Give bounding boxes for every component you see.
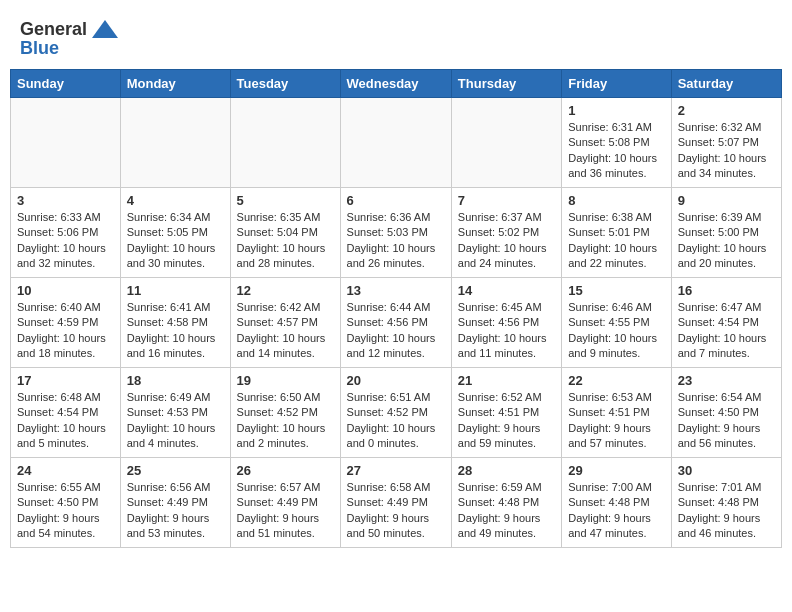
day-number: 30 [678,463,775,478]
day-info: Sunrise: 6:59 AM Sunset: 4:48 PM Dayligh… [458,480,555,542]
day-cell [230,98,340,188]
day-number: 29 [568,463,664,478]
col-header-monday: Monday [120,70,230,98]
day-cell: 7Sunrise: 6:37 AM Sunset: 5:02 PM Daylig… [451,188,561,278]
day-cell: 5Sunrise: 6:35 AM Sunset: 5:04 PM Daylig… [230,188,340,278]
day-cell: 30Sunrise: 7:01 AM Sunset: 4:48 PM Dayli… [671,458,781,548]
day-info: Sunrise: 7:00 AM Sunset: 4:48 PM Dayligh… [568,480,664,542]
week-row-3: 10Sunrise: 6:40 AM Sunset: 4:59 PM Dayli… [11,278,782,368]
logo: General Blue [20,18,121,59]
day-number: 14 [458,283,555,298]
day-number: 23 [678,373,775,388]
day-cell: 3Sunrise: 6:33 AM Sunset: 5:06 PM Daylig… [11,188,121,278]
day-number: 3 [17,193,114,208]
day-cell: 24Sunrise: 6:55 AM Sunset: 4:50 PM Dayli… [11,458,121,548]
col-header-wednesday: Wednesday [340,70,451,98]
day-number: 9 [678,193,775,208]
day-cell [11,98,121,188]
day-info: Sunrise: 6:58 AM Sunset: 4:49 PM Dayligh… [347,480,445,542]
day-number: 12 [237,283,334,298]
day-info: Sunrise: 6:56 AM Sunset: 4:49 PM Dayligh… [127,480,224,542]
day-info: Sunrise: 6:34 AM Sunset: 5:05 PM Dayligh… [127,210,224,272]
day-cell: 25Sunrise: 6:56 AM Sunset: 4:49 PM Dayli… [120,458,230,548]
day-info: Sunrise: 6:35 AM Sunset: 5:04 PM Dayligh… [237,210,334,272]
week-row-5: 24Sunrise: 6:55 AM Sunset: 4:50 PM Dayli… [11,458,782,548]
day-info: Sunrise: 6:45 AM Sunset: 4:56 PM Dayligh… [458,300,555,362]
day-info: Sunrise: 6:33 AM Sunset: 5:06 PM Dayligh… [17,210,114,272]
day-info: Sunrise: 6:49 AM Sunset: 4:53 PM Dayligh… [127,390,224,452]
day-info: Sunrise: 6:36 AM Sunset: 5:03 PM Dayligh… [347,210,445,272]
day-number: 1 [568,103,664,118]
day-cell: 12Sunrise: 6:42 AM Sunset: 4:57 PM Dayli… [230,278,340,368]
day-info: Sunrise: 6:52 AM Sunset: 4:51 PM Dayligh… [458,390,555,452]
day-cell: 19Sunrise: 6:50 AM Sunset: 4:52 PM Dayli… [230,368,340,458]
day-info: Sunrise: 6:47 AM Sunset: 4:54 PM Dayligh… [678,300,775,362]
day-info: Sunrise: 6:42 AM Sunset: 4:57 PM Dayligh… [237,300,334,362]
week-row-4: 17Sunrise: 6:48 AM Sunset: 4:54 PM Dayli… [11,368,782,458]
day-cell: 4Sunrise: 6:34 AM Sunset: 5:05 PM Daylig… [120,188,230,278]
day-cell: 14Sunrise: 6:45 AM Sunset: 4:56 PM Dayli… [451,278,561,368]
day-info: Sunrise: 6:38 AM Sunset: 5:01 PM Dayligh… [568,210,664,272]
day-number: 4 [127,193,224,208]
day-info: Sunrise: 6:50 AM Sunset: 4:52 PM Dayligh… [237,390,334,452]
svg-marker-0 [92,20,118,38]
day-number: 15 [568,283,664,298]
day-cell: 17Sunrise: 6:48 AM Sunset: 4:54 PM Dayli… [11,368,121,458]
day-number: 13 [347,283,445,298]
day-cell: 23Sunrise: 6:54 AM Sunset: 4:50 PM Dayli… [671,368,781,458]
day-cell: 21Sunrise: 6:52 AM Sunset: 4:51 PM Dayli… [451,368,561,458]
day-number: 19 [237,373,334,388]
col-header-thursday: Thursday [451,70,561,98]
col-header-friday: Friday [562,70,671,98]
day-number: 17 [17,373,114,388]
day-cell: 10Sunrise: 6:40 AM Sunset: 4:59 PM Dayli… [11,278,121,368]
day-number: 18 [127,373,224,388]
day-number: 20 [347,373,445,388]
day-number: 6 [347,193,445,208]
day-number: 10 [17,283,114,298]
day-cell: 28Sunrise: 6:59 AM Sunset: 4:48 PM Dayli… [451,458,561,548]
day-number: 7 [458,193,555,208]
calendar-table: SundayMondayTuesdayWednesdayThursdayFrid… [10,69,782,548]
week-row-1: 1Sunrise: 6:31 AM Sunset: 5:08 PM Daylig… [11,98,782,188]
day-cell: 26Sunrise: 6:57 AM Sunset: 4:49 PM Dayli… [230,458,340,548]
day-cell [340,98,451,188]
day-cell: 15Sunrise: 6:46 AM Sunset: 4:55 PM Dayli… [562,278,671,368]
day-info: Sunrise: 6:37 AM Sunset: 5:02 PM Dayligh… [458,210,555,272]
logo-blue: Blue [20,38,59,59]
day-number: 21 [458,373,555,388]
day-info: Sunrise: 6:55 AM Sunset: 4:50 PM Dayligh… [17,480,114,542]
day-info: Sunrise: 6:41 AM Sunset: 4:58 PM Dayligh… [127,300,224,362]
col-header-tuesday: Tuesday [230,70,340,98]
calendar-header-row: SundayMondayTuesdayWednesdayThursdayFrid… [11,70,782,98]
logo-icon [89,18,121,40]
day-number: 2 [678,103,775,118]
day-info: Sunrise: 6:31 AM Sunset: 5:08 PM Dayligh… [568,120,664,182]
day-cell [120,98,230,188]
day-number: 27 [347,463,445,478]
day-cell: 9Sunrise: 6:39 AM Sunset: 5:00 PM Daylig… [671,188,781,278]
day-info: Sunrise: 6:53 AM Sunset: 4:51 PM Dayligh… [568,390,664,452]
day-info: Sunrise: 6:32 AM Sunset: 5:07 PM Dayligh… [678,120,775,182]
col-header-saturday: Saturday [671,70,781,98]
day-number: 5 [237,193,334,208]
day-cell: 2Sunrise: 6:32 AM Sunset: 5:07 PM Daylig… [671,98,781,188]
col-header-sunday: Sunday [11,70,121,98]
day-cell: 20Sunrise: 6:51 AM Sunset: 4:52 PM Dayli… [340,368,451,458]
day-info: Sunrise: 6:40 AM Sunset: 4:59 PM Dayligh… [17,300,114,362]
day-info: Sunrise: 6:39 AM Sunset: 5:00 PM Dayligh… [678,210,775,272]
day-number: 8 [568,193,664,208]
day-info: Sunrise: 7:01 AM Sunset: 4:48 PM Dayligh… [678,480,775,542]
day-number: 28 [458,463,555,478]
day-number: 26 [237,463,334,478]
day-number: 16 [678,283,775,298]
day-number: 24 [17,463,114,478]
day-cell: 22Sunrise: 6:53 AM Sunset: 4:51 PM Dayli… [562,368,671,458]
day-cell [451,98,561,188]
day-cell: 11Sunrise: 6:41 AM Sunset: 4:58 PM Dayli… [120,278,230,368]
day-info: Sunrise: 6:54 AM Sunset: 4:50 PM Dayligh… [678,390,775,452]
day-cell: 18Sunrise: 6:49 AM Sunset: 4:53 PM Dayli… [120,368,230,458]
day-info: Sunrise: 6:57 AM Sunset: 4:49 PM Dayligh… [237,480,334,542]
day-cell: 6Sunrise: 6:36 AM Sunset: 5:03 PM Daylig… [340,188,451,278]
day-number: 11 [127,283,224,298]
